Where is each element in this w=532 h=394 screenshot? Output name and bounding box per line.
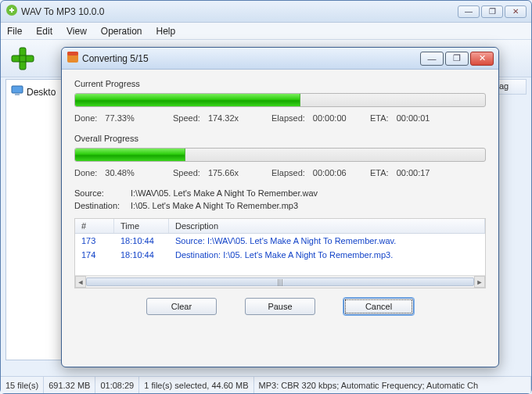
log-rows: 17318:10:44Source: I:\WAV\05. Let's Make… (75, 234, 485, 275)
log-cell-time: 18:10:44 (114, 235, 169, 246)
current-progress-bar (74, 93, 486, 107)
log-horizontal-scrollbar[interactable]: ◄ ||| ► (75, 275, 485, 288)
menu-file[interactable]: File (7, 26, 22, 37)
dialog-titlebar[interactable]: Converting 5/15 — ❐ ✕ (62, 48, 498, 70)
dialog-window-controls: — ❐ ✕ (420, 52, 494, 66)
dialog-title: Converting 5/15 (82, 53, 420, 64)
destination-value: I:\05. Let's Make A Night To Remember.mp… (131, 201, 298, 210)
source-row: Source: I:\WAV\05. Let's Make A Night To… (74, 188, 486, 198)
current-progress-label: Current Progress (74, 79, 486, 88)
menu-view[interactable]: View (66, 26, 87, 37)
menu-operation[interactable]: Operation (101, 26, 142, 37)
svg-rect-5 (12, 86, 23, 93)
current-eta-value: 00:00:01 (397, 113, 430, 123)
clear-button[interactable]: Clear (146, 298, 217, 315)
status-duration: 01:08:29 (95, 377, 139, 393)
current-speed-value: 174.32x (208, 113, 239, 123)
menu-edit[interactable]: Edit (36, 26, 52, 37)
log-cell-description: Destination: I:\05. Let's Make A Night T… (169, 249, 485, 260)
overall-elapsed-value: 00:00:06 (313, 168, 347, 177)
log-header-time[interactable]: Time (114, 219, 169, 233)
menubar: File Edit View Operation Help (1, 23, 531, 40)
dialog-body: Current Progress Done:77.33% Speed:174.3… (62, 70, 498, 321)
current-done-label: Done: (74, 113, 97, 123)
main-titlebar[interactable]: WAV To MP3 10.0.0 — ❐ ✕ (1, 1, 531, 23)
destination-label: Destination: (74, 201, 131, 210)
overall-done-label: Done: (74, 168, 97, 177)
pause-button[interactable]: Pause (245, 298, 315, 315)
current-elapsed-label: Elapsed: (271, 113, 305, 123)
svg-rect-8 (67, 52, 78, 56)
overall-progress-fill (75, 149, 185, 161)
list-column-tag[interactable]: ag (495, 79, 527, 95)
source-value: I:\WAV\05. Let's Make A Night To Remembe… (131, 188, 318, 198)
overall-done-value: 30.48% (105, 168, 134, 177)
dialog-minimize-button[interactable]: — (420, 52, 444, 66)
minimize-button[interactable]: — (458, 5, 480, 18)
dialog-buttons: Clear Pause Cancel (74, 298, 486, 315)
log-cell-number: 173 (75, 235, 114, 246)
dialog-maximize-button[interactable]: ❐ (445, 52, 469, 66)
overall-progress-label: Overall Progress (74, 134, 486, 143)
current-elapsed-value: 00:00:00 (313, 113, 347, 123)
current-progress-fill (75, 94, 300, 106)
overall-speed-label: Speed: (173, 168, 200, 177)
add-files-icon[interactable] (7, 43, 38, 74)
log-header-number[interactable]: # (75, 219, 114, 233)
status-size: 691.32 MB (44, 377, 95, 393)
maximize-button[interactable]: ❐ (481, 5, 503, 18)
menu-help[interactable]: Help (156, 26, 176, 37)
status-mp3settings: MP3: CBR 320 kbps; Automatic Frequency; … (254, 377, 531, 393)
scroll-thumb[interactable]: ||| (86, 278, 474, 286)
desktop-icon (11, 84, 23, 99)
statusbar: 15 file(s) 691.32 MB 01:08:29 1 file(s) … (1, 376, 531, 393)
log-cell-description: Source: I:\WAV\05. Let's Make A Night To… (169, 235, 485, 246)
scroll-right-arrow-icon[interactable]: ► (474, 276, 485, 288)
overall-eta-value: 00:00:17 (397, 168, 430, 177)
app-title: WAV To MP3 10.0.0 (21, 6, 458, 17)
current-speed-label: Speed: (173, 113, 200, 123)
current-done-value: 77.33% (105, 113, 134, 123)
app-icon (5, 4, 18, 20)
overall-speed-value: 175.66x (208, 168, 239, 177)
overall-elapsed-label: Elapsed: (271, 168, 305, 177)
source-label: Source: (74, 188, 131, 198)
tree-item-label: Deskto (27, 87, 56, 98)
converting-dialog: Converting 5/15 — ❐ ✕ Current Progress D… (61, 47, 499, 367)
svg-rect-2 (12, 56, 34, 62)
status-filecount: 15 file(s) (1, 377, 44, 393)
log-cell-time: 18:10:44 (114, 249, 169, 260)
log-row[interactable]: 17318:10:44Source: I:\WAV\05. Let's Make… (75, 234, 485, 248)
status-selected: 1 file(s) selected, 44.60 MB (139, 377, 253, 393)
log-header: # Time Description (75, 219, 485, 234)
overall-progress-bar (74, 148, 486, 162)
dialog-close-button[interactable]: ✕ (470, 52, 494, 66)
log-row[interactable]: 17418:10:44Destination: I:\05. Let's Mak… (75, 248, 485, 262)
destination-row: Destination: I:\05. Let's Make A Night T… (74, 201, 486, 210)
svg-rect-6 (15, 94, 20, 95)
log-header-description[interactable]: Description (169, 219, 485, 233)
log-cell-number: 174 (75, 249, 114, 260)
overall-eta-label: ETA: (370, 168, 389, 177)
cancel-button[interactable]: Cancel (343, 298, 414, 315)
current-eta-label: ETA: (370, 113, 389, 123)
dialog-icon (66, 51, 79, 66)
current-stats: Done:77.33% Speed:174.32x Elapsed:00:00:… (74, 113, 486, 123)
main-window-controls: — ❐ ✕ (458, 5, 527, 18)
overall-stats: Done:30.48% Speed:175.66x Elapsed:00:00:… (74, 168, 486, 177)
close-button[interactable]: ✕ (505, 5, 527, 18)
scroll-left-arrow-icon[interactable]: ◄ (75, 276, 86, 288)
log-table: # Time Description 17318:10:44Source: I:… (74, 218, 486, 288)
